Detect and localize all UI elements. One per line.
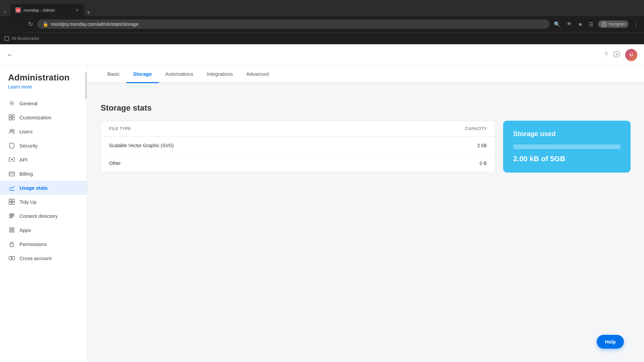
- tab-automations[interactable]: Automations: [159, 66, 200, 83]
- nav-label-general: General: [19, 101, 37, 106]
- nav-label-tidy-up: Tidy Up: [19, 199, 37, 205]
- cross-account-icon: [8, 254, 15, 262]
- storage-of-label: of: [541, 155, 550, 163]
- nav-item-users[interactable]: Users: [0, 124, 87, 138]
- main-inner: Storage stats FILE TYPE CAPACITY: [87, 93, 644, 183]
- nav-label-customization: Customization: [19, 115, 51, 120]
- chart-icon: [8, 184, 15, 191]
- learn-more-link[interactable]: Learn more: [8, 84, 79, 89]
- stats-layout: FILE TYPE CAPACITY Scalable Vector Graph…: [101, 121, 631, 173]
- browser-tab-bar: ‹ m monday - Admin × +: [0, 0, 644, 16]
- billing-icon: [8, 170, 15, 177]
- storage-amount: 2.00 kB of 5GB: [513, 155, 621, 163]
- nav-item-usage-stats[interactable]: Usage stats: [0, 181, 87, 195]
- forward-nav-btn[interactable]: →: [15, 20, 24, 28]
- sidebar-scrollbar-thumb[interactable]: [85, 72, 87, 99]
- browser-chrome: ‹ m monday - Admin × + ← → ↻ 🔒 moodjoy.m…: [0, 0, 644, 44]
- svg-text:m: m: [17, 8, 20, 12]
- incognito-badge[interactable]: Incognito: [598, 20, 629, 28]
- page-title: Storage stats: [101, 103, 631, 113]
- app-container: Administration Learn more General Custom…: [0, 66, 644, 362]
- tab-advanced[interactable]: Advanced: [239, 66, 275, 83]
- svg-rect-8: [9, 118, 11, 120]
- profile-refresh-icon[interactable]: [613, 51, 620, 59]
- nav-item-apps[interactable]: Apps: [0, 223, 87, 237]
- incognito-label: Incognito: [609, 22, 625, 26]
- svg-point-17: [9, 228, 11, 230]
- address-text: moodjoy.monday.com/admin/stats/storage: [51, 21, 139, 27]
- nav-item-content-directory[interactable]: Content directory: [0, 209, 87, 223]
- nav-item-cross-account[interactable]: Cross account: [0, 251, 87, 265]
- help-icon[interactable]: ?: [604, 51, 608, 58]
- tab-favicon: m: [15, 7, 21, 13]
- help-button[interactable]: Help: [597, 335, 624, 349]
- nav-item-general[interactable]: General: [0, 96, 87, 110]
- svg-rect-12: [9, 172, 14, 176]
- eye-icon[interactable]: 👁: [565, 20, 573, 28]
- table-body: Scalable Vector Graphic (SVG) 2 kB Other…: [101, 137, 495, 172]
- table-row: Other 0 B: [101, 155, 495, 172]
- storage-card-title: Storage used: [513, 130, 621, 138]
- nav-label-security: Security: [19, 143, 38, 148]
- apps-icon: [8, 226, 15, 234]
- reload-nav-btn[interactable]: ↻: [27, 20, 35, 28]
- tab-close-btn[interactable]: ×: [76, 7, 78, 13]
- sidebar-toggle-icon[interactable]: ☰: [587, 20, 595, 29]
- col-capacity: CAPACITY: [369, 121, 495, 137]
- svg-point-18: [12, 228, 14, 230]
- svg-rect-23: [12, 256, 14, 260]
- svg-point-20: [12, 230, 14, 232]
- browser-tab[interactable]: m monday - Admin ×: [10, 4, 84, 16]
- search-icon[interactable]: 🔍: [552, 20, 562, 29]
- avatar[interactable]: U: [625, 49, 637, 61]
- nav-item-tidy-up[interactable]: Tidy Up: [0, 195, 87, 209]
- browser-toolbar: ← → ↻ 🔒 moodjoy.monday.com/admin/stats/s…: [0, 16, 644, 32]
- table-row: Scalable Vector Graphic (SVG) 2 kB: [101, 137, 495, 155]
- nav-item-permissions[interactable]: Permissions: [0, 237, 87, 251]
- tab-integrations[interactable]: Integrations: [200, 66, 239, 83]
- nav-item-customization[interactable]: Customization: [0, 110, 87, 124]
- file-type-cell: Scalable Vector Graphic (SVG): [101, 137, 369, 155]
- tab-storage[interactable]: Storage: [126, 66, 159, 83]
- content-icon: [8, 212, 15, 220]
- tidy-icon: [8, 198, 15, 205]
- svg-point-19: [9, 230, 11, 232]
- capacity-cell: 0 B: [369, 155, 495, 172]
- nav-label-billing: Billing: [19, 171, 33, 177]
- nav-label-permissions: Permissions: [19, 241, 47, 247]
- new-tab-btn[interactable]: +: [87, 9, 91, 16]
- svg-rect-14: [12, 199, 14, 201]
- svg-point-5: [11, 102, 13, 104]
- svg-point-10: [10, 129, 12, 131]
- nav-item-api[interactable]: API: [0, 153, 87, 167]
- svg-rect-6: [9, 115, 11, 117]
- tab-bar: Basic Storage Automations Integrations A…: [87, 66, 644, 83]
- more-menu-icon[interactable]: ⋮: [632, 20, 640, 29]
- sidebar-header: Administration Learn more: [0, 72, 87, 96]
- back-button[interactable]: ←: [7, 51, 13, 59]
- users-icon: [8, 128, 15, 135]
- nav-label-cross-account: Cross account: [19, 255, 52, 261]
- svg-rect-21: [10, 244, 13, 247]
- stats-table-container: FILE TYPE CAPACITY Scalable Vector Graph…: [101, 121, 495, 172]
- tab-expand-btn[interactable]: ‹: [3, 7, 7, 16]
- table-header: FILE TYPE CAPACITY: [101, 121, 495, 137]
- col-file-type: FILE TYPE: [101, 121, 369, 137]
- storage-used: 2.00 kB: [513, 155, 539, 163]
- address-bar[interactable]: 🔒 moodjoy.monday.com/admin/stats/storage: [37, 19, 550, 29]
- capacity-cell: 2 kB: [369, 137, 495, 155]
- svg-rect-22: [9, 256, 11, 260]
- sidebar-title: Administration: [8, 72, 79, 83]
- nav-label-users: Users: [19, 129, 33, 134]
- nav-item-billing[interactable]: Billing: [0, 167, 87, 181]
- bookmark-icon[interactable]: ★: [577, 20, 584, 29]
- toolbar-icons: 🔍 👁 ★ ☰ Incognito ⋮: [552, 20, 640, 29]
- back-nav-btn[interactable]: ←: [4, 20, 13, 28]
- svg-rect-3: [5, 37, 9, 41]
- permissions-icon: [8, 240, 15, 248]
- nav-item-security[interactable]: Security: [0, 138, 87, 153]
- nav-label-usage-stats: Usage stats: [19, 185, 48, 191]
- tab-basic[interactable]: Basic: [101, 66, 126, 83]
- nav-label-apps: Apps: [19, 227, 31, 233]
- storage-total: 5GB: [550, 155, 565, 163]
